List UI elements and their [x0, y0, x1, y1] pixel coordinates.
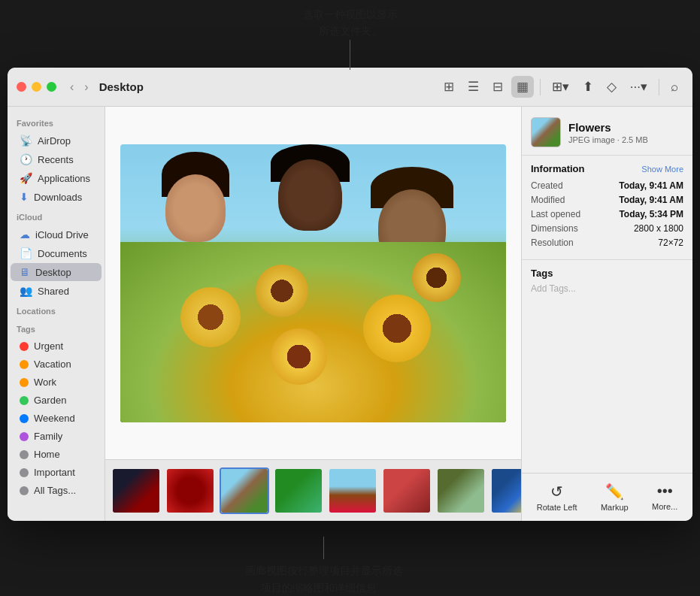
thumb-7[interactable] — [436, 467, 486, 514]
sidebar-item-important[interactable]: Important — [11, 464, 102, 481]
markup-button[interactable]: ✏️ Markup — [595, 480, 635, 515]
icloud-drive-icon: ☁ — [20, 228, 30, 241]
search-button[interactable]: ⌕ — [665, 77, 683, 98]
applications-label: Applications — [38, 173, 90, 184]
sidebar-item-vacation[interactable]: Vacation — [11, 355, 102, 373]
thumb-1[interactable] — [111, 467, 161, 514]
share-button[interactable]: ⬆ — [577, 76, 598, 98]
finder-window: ‹ › Desktop ⊞ ☰ ⊟ ▦ ⊞▾ ⬆ ◇ ···▾ ⌕ Favori… — [8, 68, 692, 521]
sunflower-4 — [412, 253, 461, 302]
info-section-header: Information Show More — [531, 163, 683, 174]
desktop-icon: 🖥 — [20, 266, 30, 278]
sidebar-item-applications[interactable]: 🚀 Applications — [11, 169, 102, 187]
minimize-button[interactable] — [32, 82, 41, 92]
toolbar-separator-1 — [540, 79, 541, 95]
important-dot — [20, 468, 29, 477]
show-more-button[interactable]: Show More — [641, 165, 683, 174]
close-button[interactable] — [17, 82, 26, 92]
main-content — [105, 107, 521, 521]
family-dot — [20, 432, 29, 441]
thumb-6[interactable] — [382, 467, 432, 514]
view-columns-button[interactable]: ⊟ — [487, 76, 508, 98]
gallery-view — [105, 107, 521, 521]
tags-label: Tags — [8, 319, 105, 337]
icloud-label: iCloud — [8, 207, 105, 225]
thumb-4[interactable] — [274, 467, 323, 514]
sidebar-item-desktop[interactable]: 🖥 Desktop — [11, 263, 102, 281]
sunflower-3 — [363, 295, 431, 362]
tooltip-bottom-line — [323, 537, 324, 559]
downloads-label: Downloads — [34, 192, 82, 203]
tag-button[interactable]: ◇ — [602, 76, 622, 98]
content-area: Favorites 📡 AirDrop 🕐 Recents 🚀 Applicat… — [8, 107, 692, 521]
file-info-header: Flowers JPEG image · 2.5 MB — [522, 107, 692, 156]
more-actions-button[interactable]: ••• More... — [646, 480, 683, 515]
thumb-5[interactable] — [328, 467, 377, 514]
toolbar-right: ⊞ ☰ ⊟ ▦ ⊞▾ ⬆ ◇ ···▾ ⌕ — [438, 76, 683, 98]
vacation-label: Vacation — [34, 359, 71, 370]
icloud-drive-label: iCloud Drive — [35, 229, 89, 241]
garden-label: Garden — [34, 395, 66, 406]
resolution-value: 72×72 — [658, 237, 683, 248]
view-icon-button[interactable]: ⊞ — [438, 76, 459, 98]
sidebar-item-urgent[interactable]: Urgent — [11, 337, 102, 355]
more-button[interactable]: ···▾ — [625, 76, 653, 98]
shared-label: Shared — [38, 286, 69, 297]
sidebar-item-all-tags[interactable]: All Tags... — [11, 482, 102, 499]
sidebar-item-family[interactable]: Family — [11, 428, 102, 445]
sidebar-item-recents[interactable]: 🕐 Recents — [11, 150, 102, 168]
sidebar-item-downloads[interactable]: ⬇ Downloads — [11, 188, 102, 206]
sidebar-item-documents[interactable]: 📄 Documents — [11, 244, 102, 262]
resolution-label: Resolution — [531, 237, 598, 248]
locations-label: Locations — [8, 301, 105, 319]
sidebar-item-weekend[interactable]: Weekend — [11, 410, 102, 427]
rotate-left-icon: ↺ — [550, 483, 563, 501]
thumb-8[interactable] — [490, 467, 521, 514]
sidebar-item-home[interactable]: Home — [11, 446, 102, 463]
tooltip-bottom-line1: 画廊视图按行整理项目并显示所选 — [98, 562, 550, 579]
group-button[interactable]: ⊞▾ — [547, 76, 574, 98]
back-button[interactable]: ‹ — [65, 79, 78, 95]
thumb-3[interactable] — [220, 467, 269, 514]
add-tags-field[interactable]: Add Tags... — [531, 283, 683, 294]
desktop-label: Desktop — [35, 267, 71, 278]
work-label: Work — [34, 377, 56, 388]
family-label: Family — [34, 431, 62, 442]
fullscreen-button[interactable] — [47, 82, 56, 92]
modified-value: Today, 9:41 AM — [619, 195, 683, 205]
forward-button[interactable]: › — [80, 79, 92, 95]
file-thumbnail — [531, 117, 561, 147]
airdrop-label: AirDrop — [38, 135, 71, 147]
all-tags-label: All Tags... — [34, 485, 76, 496]
view-gallery-button[interactable]: ▦ — [511, 76, 534, 98]
work-dot — [20, 378, 29, 387]
tags-title: Tags — [531, 268, 683, 279]
info-row-last-opened: Last opened Today, 5:34 PM — [531, 209, 683, 219]
thumb-2[interactable] — [165, 467, 215, 514]
view-list-button[interactable]: ☰ — [462, 76, 484, 98]
weekend-label: Weekend — [34, 413, 75, 424]
info-row-resolution: Resolution 72×72 — [531, 237, 683, 248]
weekend-dot — [20, 414, 29, 423]
sidebar-item-garden[interactable]: Garden — [11, 392, 102, 409]
rotate-left-label: Rotate Left — [537, 503, 577, 512]
tooltip-bottom: 画廊视图按行整理项目并显示所选 项目的缩略图和详细信息。 — [98, 537, 550, 596]
main-image-area[interactable] — [105, 107, 521, 459]
last-opened-label: Last opened — [531, 209, 598, 219]
sidebar-item-shared[interactable]: 👥 Shared — [11, 282, 102, 300]
sidebar-item-work[interactable]: Work — [11, 374, 102, 391]
file-meta: Flowers JPEG image · 2.5 MB — [568, 121, 648, 144]
inspector-panel: Flowers JPEG image · 2.5 MB Information … — [521, 107, 692, 521]
documents-label: Documents — [38, 248, 87, 259]
tooltip-top-line1: 选取一种视图以显示 — [0, 6, 700, 23]
applications-icon: 🚀 — [20, 172, 32, 184]
vacation-dot — [20, 360, 29, 369]
main-photo[interactable] — [120, 144, 506, 422]
sidebar-item-icloud-drive[interactable]: ☁ iCloud Drive — [11, 225, 102, 244]
rotate-left-button[interactable]: ↺ Rotate Left — [531, 480, 583, 515]
favorites-label: Favorites — [8, 113, 105, 131]
created-label: Created — [531, 180, 598, 191]
sidebar-item-airdrop[interactable]: 📡 AirDrop — [11, 132, 102, 150]
file-type: JPEG image · 2.5 MB — [568, 135, 648, 144]
documents-icon: 📄 — [20, 247, 32, 259]
